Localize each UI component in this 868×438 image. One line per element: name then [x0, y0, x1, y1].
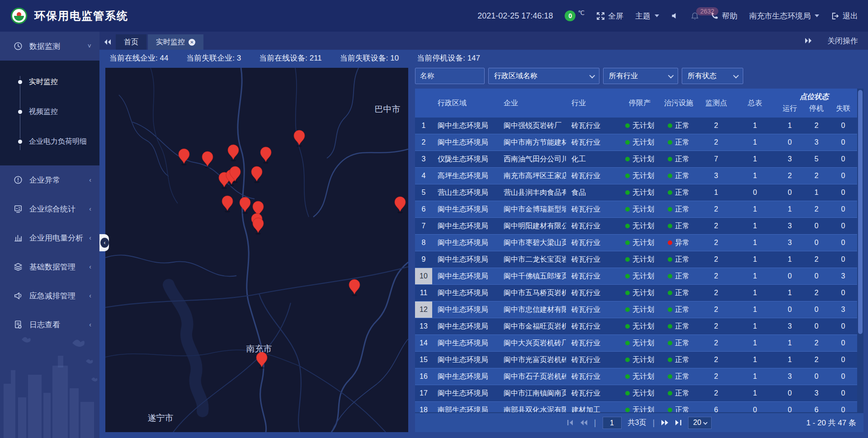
stats-icon: [14, 204, 23, 213]
sidebar-skyline-decoration: [0, 330, 99, 438]
region-filter-select[interactable]: 行政区域名称: [488, 68, 599, 84]
page-number-input[interactable]: 1: [603, 417, 622, 429]
map-pin-icon[interactable]: [240, 197, 250, 212]
total-pages-label: 共3页: [628, 418, 646, 428]
cell-limit: 无计划: [620, 285, 659, 301]
sidebar-item-3[interactable]: 企业综合统计‹: [0, 194, 99, 223]
cell-company: 阆中大兴页岩机砖厂: [498, 335, 566, 351]
sidebar-item-4[interactable]: 企业用电量分析‹: [0, 223, 99, 252]
cell-limit: 无计划: [620, 301, 659, 318]
map-pin-icon[interactable]: [294, 130, 305, 145]
cell-limit: 无计划: [620, 168, 659, 184]
sidebar-subitem[interactable]: 实时监控: [0, 67, 99, 97]
cell-company: 营山县润丰肉食品有限: [498, 184, 566, 201]
chevron-left-icon: ‹: [89, 234, 91, 241]
table-row[interactable]: 16阆中生态环境局阆中市石子页岩机砖厂砖瓦行业无计划正常21300: [415, 368, 857, 385]
table-scrollbar[interactable]: [857, 89, 863, 412]
cell-meter: 1: [734, 385, 776, 401]
table-row[interactable]: 7阆中生态环境局阆中明阳建材有限公司砖瓦行业无计划正常21300: [415, 218, 857, 235]
user-label: 南充市生态环境局: [749, 11, 811, 21]
table-row[interactable]: 18南部生态环境局南部县双化水泥有限公建材加工无计划正常60060: [415, 402, 857, 412]
tab-1[interactable]: 首页: [116, 34, 146, 50]
status-dot-icon: [668, 341, 672, 345]
map-pin-icon[interactable]: [349, 279, 360, 294]
tab-2[interactable]: 实时监控✕: [148, 34, 203, 50]
sidebar-item-2[interactable]: 企业异常‹: [0, 165, 99, 194]
table-row[interactable]: 8阆中生态环境局阆中市枣碧大梁山页岩砖瓦行业无计划异常21300: [415, 235, 857, 251]
table-row[interactable]: 14阆中生态环境局阆中大兴页岩机砖厂砖瓦行业无计划正常21120: [415, 335, 857, 352]
table-row[interactable]: 13阆中生态环境局阆中市金福旺页岩机砖砖瓦行业无计划正常21300: [415, 318, 857, 335]
user-menu[interactable]: 南充市生态环境局: [749, 11, 819, 21]
cell-stop: 0: [804, 235, 829, 251]
table-row[interactable]: 2阆中生态环境局阆中市南方节能建材有砖瓦行业无计划正常21030: [415, 134, 857, 151]
table-row[interactable]: 4高坪生态环境局南充市高坪区王家店建砖瓦行业无计划正常31220: [415, 168, 857, 184]
table-row[interactable]: 11阆中生态环境局阆中市五马桥页岩机砖砖瓦行业无计划正常21120: [415, 285, 857, 301]
close-operations-button[interactable]: 关闭操作: [827, 36, 858, 46]
sidebar-menu: 数据监测˅实时监控视频监控企业电力负荷明细企业异常‹企业综合统计‹企业用电量分析…: [0, 32, 99, 339]
map-pin-icon[interactable]: [222, 196, 233, 211]
map-city-label: 巴中市: [375, 104, 401, 114]
last-page-button[interactable]: [675, 419, 682, 426]
table-row[interactable]: 9阆中生态环境局阆中市二龙长宝页岩砖砖瓦行业无计划正常21120: [415, 251, 857, 268]
table-row[interactable]: 6阆中生态环境局阆中市金博瑞新型墙材砖瓦行业无计划正常21120: [415, 201, 857, 218]
tabs-scroll-right-button[interactable]: [800, 33, 816, 48]
sidebar-item-1[interactable]: 数据监测˅: [0, 32, 99, 61]
cell-meter: 1: [734, 285, 776, 301]
map-collapse-button[interactable]: ‹: [99, 234, 109, 251]
table-row[interactable]: 10阆中生态环境局阆中千佛镇五郎垭页岩砖瓦行业无计划正常21003: [415, 268, 857, 285]
industry-filter-select[interactable]: 所有行业: [603, 68, 678, 84]
map-pin-icon[interactable]: [251, 166, 262, 181]
map-pin-icon[interactable]: [395, 197, 406, 212]
main-content: 当前在线企业: 44当前失联企业: 3当前在线设备: 211当前失联设备: 10…: [99, 50, 868, 438]
theme-menu[interactable]: 主题: [635, 11, 659, 21]
status-dot-icon: [668, 207, 672, 212]
cell-stop: 2: [804, 285, 829, 301]
sidebar-item-label: 基础数据管理: [29, 262, 75, 272]
tabs-scroll-left-button[interactable]: [99, 34, 116, 50]
cell-run: 1: [776, 335, 804, 351]
sidebar-subitem[interactable]: 企业电力负荷明细: [0, 127, 99, 156]
fullscreen-button[interactable]: 全屏: [596, 11, 623, 21]
name-filter-input[interactable]: [415, 68, 485, 84]
table-row[interactable]: 5营山生态环境局营山县润丰肉食品有限食品无计划正常10010: [415, 184, 857, 201]
map-pin-icon[interactable]: [260, 147, 271, 162]
cell-index: 15: [415, 352, 432, 368]
logout-button[interactable]: 退出: [831, 11, 858, 21]
chevron-left-icon: ‹: [89, 321, 91, 328]
notifications-button[interactable]: 2632: [691, 12, 699, 20]
map-pin-icon[interactable]: [202, 151, 213, 166]
submenu-dot-icon: [18, 140, 22, 144]
table-row[interactable]: 12阆中生态环境局阆中市忠信建材有限公砖瓦行业无计划正常21003: [415, 301, 857, 318]
tab-close-icon[interactable]: ✕: [189, 39, 195, 46]
sidebar-subitem[interactable]: 视频监控: [0, 97, 99, 127]
sidebar-item-6[interactable]: 应急减排管理‹: [0, 281, 99, 310]
cell-meter: 1: [734, 218, 776, 234]
cell-lost: 0: [829, 285, 857, 301]
map-pin-icon[interactable]: [256, 352, 267, 367]
status-filter-select[interactable]: 所有状态: [682, 68, 743, 84]
cell-monitor: 2: [698, 201, 734, 217]
cell-limit: 无计划: [620, 134, 659, 151]
table-row[interactable]: 3仪陇生态环境局西南油气田分公司川中化工无计划正常71350: [415, 151, 857, 168]
table-row[interactable]: 1阆中生态环境局阆中强锐页岩砖厂砖瓦行业无计划正常21120: [415, 118, 857, 134]
cell-limit: 无计划: [620, 151, 659, 167]
cell-meter: 1: [734, 251, 776, 268]
cell-run: 3: [776, 235, 804, 251]
next-page-button[interactable]: [661, 419, 669, 426]
volume-button[interactable]: [671, 12, 679, 20]
cell-company: 阆中市忠信建材有限公: [498, 301, 566, 318]
table-row[interactable]: 17阆中生态环境局阆中市江南镇阆南页岩砖瓦行业无计划正常21030: [415, 385, 857, 402]
map-pin-icon[interactable]: [179, 149, 189, 164]
sidebar-item-5[interactable]: 基础数据管理‹: [0, 252, 99, 281]
map[interactable]: 巴中市南充市遂宁市: [105, 68, 408, 432]
map-pin-icon[interactable]: [253, 218, 264, 233]
map-pin-icon[interactable]: [228, 145, 239, 160]
cell-region: 阆中生态环境局: [432, 201, 498, 217]
prev-page-button[interactable]: [580, 419, 588, 426]
col-company: 企业: [498, 89, 566, 118]
page-size-select[interactable]: 20: [688, 417, 712, 429]
scrollbar-thumb[interactable]: [858, 90, 863, 334]
first-page-button[interactable]: [567, 419, 574, 426]
table-row[interactable]: 15阆中生态环境局阆中市光富页岩机砖厂砖瓦行业无计划正常21120: [415, 352, 857, 368]
filter-bar: 行政区域名称 所有行业 所有状态: [415, 68, 863, 84]
